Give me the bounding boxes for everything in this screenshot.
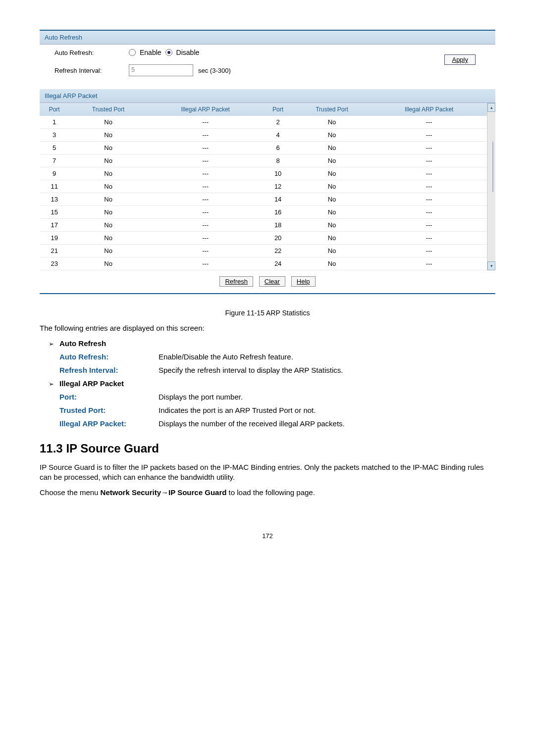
table-cell: --- <box>148 154 264 167</box>
disable-radio[interactable] <box>165 49 172 56</box>
table-cell: 16 <box>263 206 292 219</box>
table-cell: 6 <box>263 142 292 154</box>
table-cell: No <box>69 116 148 129</box>
col-trusted2: Trusted Port <box>293 103 372 116</box>
col-illegal: Illegal ARP Packet <box>148 103 264 116</box>
table-cell: 22 <box>263 245 292 257</box>
table-cell: No <box>69 257 148 270</box>
table-cell: 8 <box>263 154 292 167</box>
table-cell: 7 <box>40 154 69 167</box>
clear-button[interactable]: Clear <box>259 276 285 287</box>
table-cell: No <box>293 180 372 193</box>
refresh-interval-input[interactable]: 5 <box>129 64 193 76</box>
table-cell: 15 <box>40 206 69 219</box>
table-cell: No <box>293 206 372 219</box>
table-cell: --- <box>148 129 264 142</box>
table-cell: No <box>293 154 372 167</box>
table-cell: --- <box>371 180 487 193</box>
table-cell: 1 <box>40 116 69 129</box>
table-cell: --- <box>371 219 487 232</box>
table-cell: --- <box>148 180 264 193</box>
disable-label: Disable <box>176 49 200 56</box>
table-cell: 11 <box>40 180 69 193</box>
def-refresh-interval: Refresh Interval: Specify the refresh in… <box>59 366 495 374</box>
table-cell: No <box>293 245 372 257</box>
auto-refresh-row: Auto Refresh: Enable Disable <box>40 45 444 60</box>
table-cell: No <box>293 219 372 232</box>
table-cell: No <box>69 142 148 154</box>
table-cell: 2 <box>263 116 292 129</box>
intro-line: The following entries are displayed on t… <box>40 324 495 332</box>
table-cell: 18 <box>263 219 292 232</box>
table-cell: No <box>293 193 372 206</box>
scroll-up-icon[interactable]: ▴ <box>487 103 495 112</box>
table-cell: --- <box>148 232 264 245</box>
table-row: 23No---24No--- <box>40 257 487 270</box>
scrollbar[interactable]: ▴ ▾ <box>487 103 495 270</box>
page-number: 172 <box>40 532 495 540</box>
table-cell: --- <box>371 116 487 129</box>
table-cell: 17 <box>40 219 69 232</box>
table-cell: No <box>69 232 148 245</box>
table-cell: 12 <box>263 180 292 193</box>
table-cell: No <box>293 129 372 142</box>
table-cell: No <box>69 129 148 142</box>
arp-statistics-panel: Auto Refresh Auto Refresh: Enable Disabl… <box>40 30 495 294</box>
apply-button[interactable]: Apply <box>444 54 476 65</box>
para-ip-source-guard-1: IP Source Guard is to filter the IP pack… <box>40 462 495 483</box>
table-cell: 10 <box>263 167 292 180</box>
para-ip-source-guard-2: Choose the menu Network Security→IP Sour… <box>40 488 495 498</box>
help-button[interactable]: Help <box>291 276 316 287</box>
scroll-thumb[interactable] <box>492 142 493 192</box>
table-row: 9No---10No--- <box>40 167 487 180</box>
refresh-button[interactable]: Refresh <box>219 276 253 287</box>
bullet-icon: ➢ <box>49 380 59 388</box>
table-row: 15No---16No--- <box>40 206 487 219</box>
table-cell: --- <box>371 193 487 206</box>
table-cell: No <box>69 180 148 193</box>
bullet-auto-refresh: ➢ Auto Refresh <box>49 339 495 348</box>
table-cell: No <box>293 167 372 180</box>
table-cell: 13 <box>40 193 69 206</box>
table-cell: --- <box>148 167 264 180</box>
table-cell: --- <box>371 257 487 270</box>
table-cell: 19 <box>40 232 69 245</box>
def-auto-refresh: Auto Refresh: Enable/Disable the Auto Re… <box>59 353 495 361</box>
table-cell: No <box>293 142 372 154</box>
table-row: 1No---2No--- <box>40 116 487 129</box>
scroll-down-icon[interactable]: ▾ <box>487 261 495 270</box>
bullet-illegal-arp: ➢ Illegal ARP Packet <box>49 379 495 388</box>
table-cell: 23 <box>40 257 69 270</box>
figure-caption: Figure 11-15 ARP Statistics <box>40 309 495 317</box>
table-cell: 3 <box>40 129 69 142</box>
table-cell: No <box>69 167 148 180</box>
table-cell: No <box>293 232 372 245</box>
table-row: 13No---14No--- <box>40 193 487 206</box>
table-row: 17No---18No--- <box>40 219 487 232</box>
table-cell: --- <box>371 142 487 154</box>
table-cell: --- <box>371 232 487 245</box>
table-cell: No <box>69 245 148 257</box>
illegal-arp-header: Illegal ARP Packet <box>40 89 495 103</box>
table-cell: --- <box>148 257 264 270</box>
table-cell: 14 <box>263 193 292 206</box>
table-cell: --- <box>371 129 487 142</box>
table-cell: No <box>69 206 148 219</box>
table-cell: --- <box>148 193 264 206</box>
table-row: 11No---12No--- <box>40 180 487 193</box>
table-cell: --- <box>371 245 487 257</box>
table-cell: 20 <box>263 232 292 245</box>
sec-range-label: sec (3-300) <box>198 67 231 74</box>
table-row: 7No---8No--- <box>40 154 487 167</box>
enable-radio[interactable] <box>129 49 136 56</box>
auto-refresh-header: Auto Refresh <box>40 31 495 45</box>
col-port2: Port <box>263 103 292 116</box>
table-cell: 4 <box>263 129 292 142</box>
def-illegal: Illegal ARP Packet: Displays the number … <box>59 419 495 428</box>
table-row: 21No---22No--- <box>40 245 487 257</box>
table-cell: 24 <box>263 257 292 270</box>
table-row: 5No---6No--- <box>40 142 487 154</box>
table-cell: --- <box>371 154 487 167</box>
table-cell: No <box>69 219 148 232</box>
table-cell: 5 <box>40 142 69 154</box>
